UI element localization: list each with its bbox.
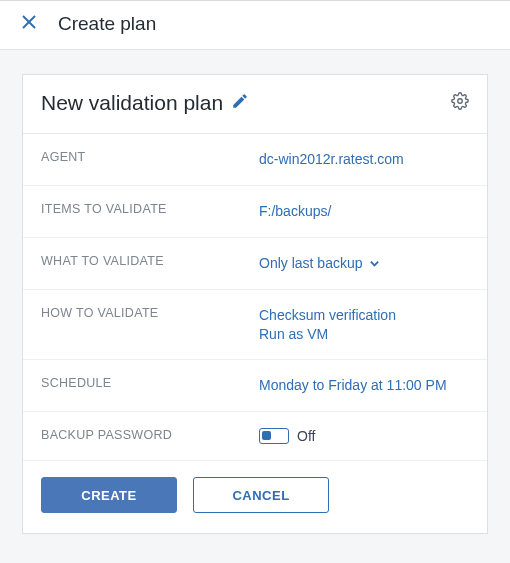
row-items: ITEMS TO VALIDATE F:/backups/ — [23, 186, 487, 238]
plan-settings-button[interactable] — [451, 92, 469, 114]
create-button[interactable]: CREATE — [41, 477, 177, 513]
svg-point-2 — [458, 99, 463, 104]
row-label: AGENT — [41, 150, 259, 169]
toggle-knob — [262, 431, 271, 440]
agent-value[interactable]: dc-win2012r.ratest.com — [259, 150, 404, 169]
row-what: WHAT TO VALIDATE Only last backup — [23, 238, 487, 290]
toggle-state-label: Off — [297, 428, 315, 444]
plan-card: New validation plan AGENT dc-w — [22, 74, 488, 534]
close-icon — [21, 14, 37, 34]
how-line1: Checksum verification — [259, 306, 396, 325]
chevron-down-icon — [369, 258, 380, 269]
what-to-validate-dropdown[interactable]: Only last backup — [259, 254, 380, 273]
row-label: WHAT TO VALIDATE — [41, 254, 259, 273]
row-label: HOW TO VALIDATE — [41, 306, 259, 344]
page-title: Create plan — [58, 13, 156, 35]
password-toggle[interactable] — [259, 428, 289, 444]
button-label: CANCEL — [232, 488, 289, 503]
row-label: ITEMS TO VALIDATE — [41, 202, 259, 221]
plan-header: New validation plan — [23, 75, 487, 134]
close-button[interactable] — [18, 13, 40, 35]
row-agent: AGENT dc-win2012r.ratest.com — [23, 134, 487, 186]
plan-name: New validation plan — [41, 91, 223, 115]
items-value[interactable]: F:/backups/ — [259, 202, 331, 221]
page-header: Create plan — [0, 0, 510, 50]
schedule-value[interactable]: Monday to Friday at 11:00 PM — [259, 376, 447, 395]
how-to-validate-value[interactable]: Checksum verification Run as VM — [259, 306, 396, 344]
gear-icon — [451, 92, 469, 114]
button-label: CREATE — [81, 488, 136, 503]
row-label: BACKUP PASSWORD — [41, 428, 259, 444]
pencil-icon — [231, 92, 249, 114]
row-schedule: SCHEDULE Monday to Friday at 11:00 PM — [23, 360, 487, 412]
cancel-button[interactable]: CANCEL — [193, 477, 329, 513]
row-how: HOW TO VALIDATE Checksum verification Ru… — [23, 290, 487, 361]
row-password: BACKUP PASSWORD Off — [23, 412, 487, 461]
edit-name-button[interactable] — [231, 92, 249, 114]
dropdown-value: Only last backup — [259, 254, 363, 273]
row-label: SCHEDULE — [41, 376, 259, 395]
action-bar: CREATE CANCEL — [23, 461, 487, 533]
how-line2: Run as VM — [259, 325, 396, 344]
